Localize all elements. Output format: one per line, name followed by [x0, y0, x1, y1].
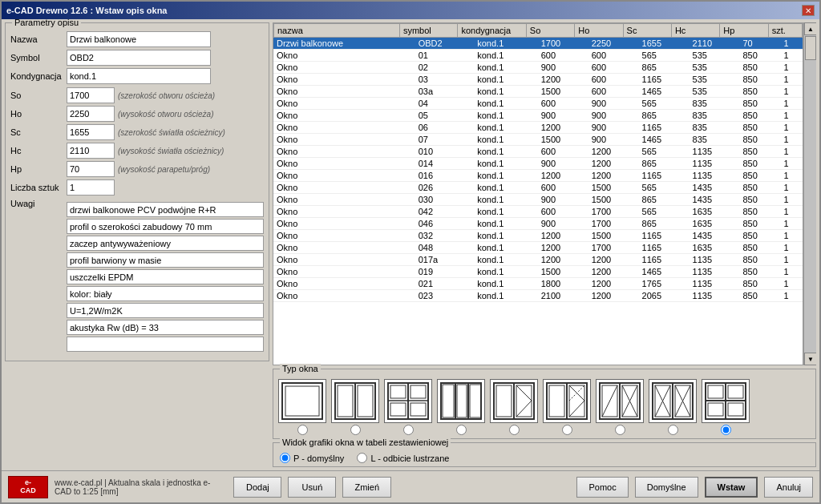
- view-option-l[interactable]: L - odbicie lustrzane: [357, 453, 449, 463]
- window-type-radio-2[interactable]: [350, 425, 361, 435]
- remark-input-1[interactable]: [67, 202, 264, 217]
- table-cell: 1200: [588, 278, 639, 290]
- ho-input[interactable]: [67, 106, 115, 122]
- window-type-section: Typ okna: [273, 369, 816, 439]
- table-row[interactable]: Drzwi balkonoweOBD2kond.1170022501655211…: [273, 38, 803, 50]
- window-type-radio-3[interactable]: [403, 425, 414, 435]
- svg-rect-13: [441, 383, 481, 419]
- help-button[interactable]: Pomoc: [576, 477, 628, 498]
- table-cell: 1500: [538, 134, 588, 146]
- hp-input[interactable]: [67, 161, 115, 177]
- remark-input-9[interactable]: [67, 337, 264, 352]
- remark-input-4[interactable]: [67, 252, 264, 268]
- window-type-radio-9[interactable]: [721, 425, 731, 435]
- table-row[interactable]: Okno017akond.112001200116511358501: [273, 254, 803, 266]
- scroll-thumb[interactable]: [805, 36, 816, 60]
- kondygnacja-input[interactable]: [67, 68, 211, 84]
- remove-button[interactable]: Usuń: [288, 477, 336, 498]
- table-row[interactable]: Okno03kond.1120060011655358501: [273, 74, 803, 86]
- table-cell: 600: [538, 146, 588, 158]
- table-scrollbar[interactable]: ▲ ▼: [803, 22, 816, 365]
- nazwa-input[interactable]: [67, 31, 211, 47]
- view-option-p[interactable]: P - domyślny: [280, 453, 344, 463]
- table-row[interactable]: Okno010kond.1600120056511358501: [273, 146, 803, 158]
- table-cell: Okno: [273, 110, 415, 122]
- remark-input-7[interactable]: [67, 303, 264, 318]
- window-type-1[interactable]: [278, 379, 326, 435]
- scroll-track[interactable]: [804, 35, 816, 353]
- table-row[interactable]: Okno06kond.1120090011658358501: [273, 122, 803, 134]
- table-container[interactable]: nazwa symbol kondygnacja So Ho Sc Hc Hp …: [273, 22, 803, 365]
- table-row[interactable]: Okno019kond.115001200146511358501: [273, 266, 803, 278]
- col-symbol: symbol: [399, 24, 457, 38]
- insert-button[interactable]: Wstaw: [705, 477, 758, 498]
- view-option-p-label: P - domyślny: [293, 454, 344, 463]
- table-row[interactable]: Okno032kond.112001500116514358501: [273, 230, 803, 242]
- table-cell: 1: [781, 86, 803, 98]
- view-radio-l[interactable]: [357, 453, 367, 463]
- table-row[interactable]: Okno021kond.118001200176511358501: [273, 278, 803, 290]
- table-cell: 1200: [538, 74, 588, 86]
- sc-input[interactable]: [67, 124, 115, 140]
- table-cell: 1200: [588, 158, 639, 170]
- window-type-9[interactable]: [702, 379, 750, 435]
- close-button[interactable]: ✕: [802, 5, 815, 16]
- add-button[interactable]: Dodaj: [233, 477, 281, 498]
- change-button[interactable]: Zmień: [342, 477, 391, 498]
- window-type-7[interactable]: [596, 379, 644, 435]
- window-type-3[interactable]: [384, 379, 432, 435]
- window-type-8[interactable]: [649, 379, 697, 435]
- window-type-2[interactable]: [331, 379, 379, 435]
- window-type-5[interactable]: [490, 379, 538, 435]
- table-cell: OBD2: [415, 38, 475, 50]
- window-svg-7: [598, 381, 641, 421]
- table-scroll[interactable]: Drzwi balkonoweOBD2kond.1170022501655211…: [273, 38, 803, 365]
- liczba-input[interactable]: [67, 179, 115, 196]
- table-row[interactable]: Okno04kond.16009005658358501: [273, 98, 803, 110]
- table-row[interactable]: Okno048kond.112001700116516358501: [273, 242, 803, 254]
- remark-input-2[interactable]: [67, 219, 264, 234]
- remark-input-5[interactable]: [67, 269, 264, 284]
- table-row[interactable]: Okno03akond.1150060014655358501: [273, 86, 803, 98]
- cancel-button[interactable]: Anuluj: [764, 477, 813, 498]
- table-cell: 900: [588, 110, 639, 122]
- table-row[interactable]: Okno016kond.112001200116511358501: [273, 170, 803, 182]
- window-type-radio-7[interactable]: [615, 425, 625, 435]
- kondygnacja-row: Kondygnacja: [10, 68, 264, 84]
- table-cell: 1435: [690, 230, 740, 242]
- view-radio-p[interactable]: [280, 453, 290, 463]
- table-row[interactable]: Okno023kond.121001200206511358501: [273, 290, 803, 302]
- defaults-button[interactable]: Domyślne: [635, 477, 698, 498]
- window-type-radio-6[interactable]: [562, 425, 572, 435]
- table-row[interactable]: Okno046kond.1900170086516358501: [273, 218, 803, 230]
- view-options-row: P - domyślny L - odbicie lustrzane: [280, 453, 809, 463]
- remark-input-8[interactable]: [67, 320, 264, 335]
- window-type-4[interactable]: [437, 379, 485, 435]
- window-type-6[interactable]: [543, 379, 591, 435]
- table-row[interactable]: Okno014kond.1900120086511358501: [273, 158, 803, 170]
- window-svg-2: [334, 381, 377, 421]
- table-row[interactable]: Okno05kond.19009008658358501: [273, 110, 803, 122]
- scroll-down-btn[interactable]: ▼: [804, 353, 816, 365]
- table-cell: 850: [739, 98, 780, 110]
- symbol-input[interactable]: [67, 50, 211, 66]
- window-type-radio-4[interactable]: [456, 425, 467, 435]
- remark-input-3[interactable]: [67, 236, 264, 251]
- table-cell: 1: [781, 218, 803, 230]
- window-type-radio-5[interactable]: [509, 425, 520, 435]
- remark-input-6[interactable]: [67, 286, 264, 301]
- table-row[interactable]: Okno02kond.19006008655358501: [273, 62, 803, 74]
- window-type-radio-8[interactable]: [668, 425, 678, 435]
- table-cell: 1165: [639, 242, 690, 254]
- table-cell: 2100: [538, 290, 588, 302]
- hc-input[interactable]: [67, 143, 115, 159]
- table-row[interactable]: Okno07kond.1150090014658358501: [273, 134, 803, 146]
- table-row[interactable]: Okno026kond.1600150056514358501: [273, 182, 803, 194]
- scroll-up-btn[interactable]: ▲: [804, 22, 816, 35]
- table-row[interactable]: Okno01kond.16006005655358501: [273, 50, 803, 62]
- table-row[interactable]: Okno042kond.1600170056516358501: [273, 206, 803, 218]
- table-cell: 032: [415, 230, 475, 242]
- so-input[interactable]: [67, 87, 115, 103]
- window-type-radio-1[interactable]: [297, 425, 308, 435]
- table-row[interactable]: Okno030kond.1900150086514358501: [273, 194, 803, 206]
